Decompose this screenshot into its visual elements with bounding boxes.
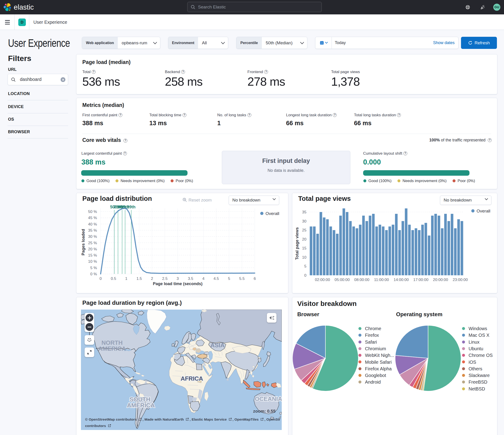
svg-text:NetBSD: NetBSD [468,386,485,391]
svg-text:FreeBSD: FreeBSD [468,380,487,384]
svg-text:Firefox: Firefox [365,333,379,338]
svg-text:15: 15 [302,246,306,250]
svg-text:99th: 99th [127,205,135,209]
svg-text:4.5: 4.5 [214,277,219,281]
svg-text:zoom: 0.55: zoom: 0.55 [253,409,276,414]
svg-text:Overall: Overall [265,211,279,216]
svg-text:6: 6 [254,277,256,281]
svg-text:5.5: 5.5 [239,277,245,281]
svg-text:Safari: Safari [365,339,377,345]
svg-text:5: 5 [304,264,306,269]
svg-text:Chrome: Chrome [365,326,381,331]
svg-text:Android: Android [365,380,381,384]
svg-text:5 %: 5 % [90,266,97,270]
svg-text:35 %: 35 % [88,228,97,233]
svg-text:11:00:00: 11:00:00 [374,278,389,282]
svg-text:WebKit Nigh...: WebKit Nigh... [365,353,394,358]
svg-text:Pages loaded: Pages loaded [81,229,86,255]
svg-text:0: 0 [99,277,101,281]
svg-text:1: 1 [125,277,127,281]
svg-text:45 %: 45 % [88,216,97,220]
svg-text:25 %: 25 % [88,241,97,245]
svg-text:Total page views: Total page views [295,227,299,260]
svg-text:40 %: 40 % [88,222,97,226]
svg-text:OCEANIA: OCEANIA [255,395,282,402]
svg-text:Linux: Linux [468,339,479,345]
svg-text:ASIA: ASIA [210,342,225,349]
svg-text:50 %: 50 % [88,209,97,214]
svg-text:02:00:00: 02:00:00 [315,278,330,282]
svg-text:1.5: 1.5 [136,277,142,281]
svg-text:30: 30 [302,219,306,223]
svg-text:Chrome OS: Chrome OS [468,353,493,358]
svg-text:20:00:00: 20:00:00 [433,278,448,282]
svg-text:Mobile Safari: Mobile Safari [365,360,392,365]
svg-text:23:00:00: 23:00:00 [452,278,468,282]
svg-text:Slackware: Slackware [468,373,490,378]
svg-text:0.5: 0.5 [111,277,116,281]
svg-text:05:00:00: 05:00:00 [334,278,350,282]
svg-text:Googlebot: Googlebot [365,373,386,378]
svg-text:25: 25 [302,228,306,232]
svg-text:4: 4 [202,277,204,281]
svg-text:AMERICA: AMERICA [98,345,126,352]
svg-text:3.5: 3.5 [188,277,193,281]
svg-text:0: 0 [304,273,306,278]
svg-text:AFRICA: AFRICA [181,375,203,382]
svg-text:15 %: 15 % [88,253,97,258]
svg-text:2: 2 [151,277,153,281]
svg-text:10 %: 10 % [88,259,97,264]
svg-text:20 %: 20 % [88,247,97,251]
svg-text:Windows: Windows [468,326,487,331]
svg-text:2.5: 2.5 [162,277,168,281]
svg-text:30 %: 30 % [88,235,97,239]
svg-text:Others: Others [468,366,482,371]
svg-text:Mac OS X: Mac OS X [468,333,489,338]
svg-text:17:00:00: 17:00:00 [413,278,428,282]
svg-text:10: 10 [302,255,306,260]
svg-text:AMERICA: AMERICA [127,402,155,409]
svg-text:Page load time (seconds): Page load time (seconds) [153,281,202,286]
svg-text:iOS: iOS [468,360,476,365]
svg-text:0 %: 0 % [90,272,97,276]
svg-text:Overall: Overall [477,209,490,213]
svg-text:Ubuntu: Ubuntu [468,346,483,351]
svg-text:Chromium: Chromium [365,346,386,351]
svg-text:14:00:00: 14:00:00 [394,278,409,282]
svg-text:35: 35 [302,210,306,214]
svg-text:3: 3 [177,277,179,281]
svg-text:5: 5 [228,277,230,281]
svg-text:Firefox Alpha: Firefox Alpha [365,366,392,371]
svg-text:20: 20 [302,237,306,242]
svg-text:08:00:00: 08:00:00 [354,278,369,282]
